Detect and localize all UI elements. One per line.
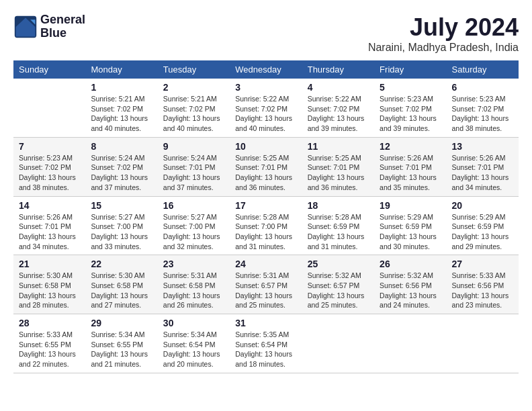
day-number: 25 — [308, 259, 369, 269]
day-info: Sunrise: 5:32 AM Sunset: 6:57 PM Dayligh… — [308, 271, 369, 310]
day-info: Sunrise: 5:31 AM Sunset: 6:58 PM Dayligh… — [163, 271, 224, 310]
day-number: 23 — [163, 259, 224, 269]
calendar-cell: 27Sunrise: 5:33 AM Sunset: 6:56 PM Dayli… — [447, 255, 519, 314]
day-number: 1 — [91, 82, 152, 93]
calendar-week-row: 28Sunrise: 5:33 AM Sunset: 6:55 PM Dayli… — [13, 314, 519, 373]
day-number: 2 — [163, 82, 224, 93]
day-info: Sunrise: 5:22 AM Sunset: 7:02 PM Dayligh… — [308, 94, 369, 134]
day-number: 16 — [163, 200, 224, 211]
day-number: 5 — [380, 82, 441, 93]
day-info: Sunrise: 5:30 AM Sunset: 6:58 PM Dayligh… — [19, 271, 80, 310]
day-number: 18 — [308, 200, 369, 211]
day-number: 19 — [380, 200, 441, 211]
calendar-cell — [447, 314, 519, 373]
day-number: 4 — [308, 82, 369, 93]
day-number: 8 — [91, 141, 152, 152]
day-info: Sunrise: 5:23 AM Sunset: 7:02 PM Dayligh… — [19, 153, 80, 193]
calendar-cell: 19Sunrise: 5:29 AM Sunset: 6:59 PM Dayli… — [374, 196, 446, 255]
logo: General Blue — [13, 13, 85, 40]
header-cell: Tuesday — [158, 60, 230, 79]
calendar-cell: 11Sunrise: 5:25 AM Sunset: 7:01 PM Dayli… — [302, 137, 374, 196]
day-info: Sunrise: 5:29 AM Sunset: 6:59 PM Dayligh… — [452, 212, 513, 252]
day-number: 3 — [235, 82, 296, 93]
calendar-cell: 7Sunrise: 5:23 AM Sunset: 7:02 PM Daylig… — [13, 137, 85, 196]
calendar-cell: 21Sunrise: 5:30 AM Sunset: 6:58 PM Dayli… — [13, 255, 85, 314]
day-info: Sunrise: 5:31 AM Sunset: 6:57 PM Dayligh… — [235, 271, 296, 310]
day-info: Sunrise: 5:26 AM Sunset: 7:01 PM Dayligh… — [380, 153, 441, 193]
day-number: 24 — [235, 259, 296, 269]
day-info: Sunrise: 5:33 AM Sunset: 6:55 PM Dayligh… — [19, 330, 80, 369]
calendar-cell: 4Sunrise: 5:22 AM Sunset: 7:02 PM Daylig… — [302, 79, 374, 137]
header-cell: Sunday — [13, 60, 85, 79]
day-number: 17 — [235, 200, 296, 211]
day-info: Sunrise: 5:33 AM Sunset: 6:56 PM Dayligh… — [452, 271, 513, 310]
header-cell: Monday — [85, 60, 157, 79]
day-info: Sunrise: 5:27 AM Sunset: 7:00 PM Dayligh… — [91, 212, 152, 252]
calendar-week-row: 1Sunrise: 5:21 AM Sunset: 7:02 PM Daylig… — [13, 79, 519, 137]
calendar-cell: 16Sunrise: 5:27 AM Sunset: 7:00 PM Dayli… — [158, 196, 230, 255]
day-info: Sunrise: 5:23 AM Sunset: 7:02 PM Dayligh… — [452, 94, 513, 134]
day-info: Sunrise: 5:35 AM Sunset: 6:54 PM Dayligh… — [235, 330, 296, 369]
calendar-cell: 31Sunrise: 5:35 AM Sunset: 6:54 PM Dayli… — [230, 314, 302, 373]
day-number: 21 — [19, 259, 80, 269]
day-number: 12 — [380, 141, 441, 152]
calendar-cell: 12Sunrise: 5:26 AM Sunset: 7:01 PM Dayli… — [374, 137, 446, 196]
day-info: Sunrise: 5:26 AM Sunset: 7:01 PM Dayligh… — [19, 212, 80, 252]
day-number: 6 — [452, 82, 513, 93]
header-cell: Friday — [374, 60, 446, 79]
page-header: General Blue July 2024 Naraini, Madhya P… — [13, 13, 519, 54]
calendar-table: SundayMondayTuesdayWednesdayThursdayFrid… — [13, 60, 519, 373]
day-number: 26 — [380, 259, 441, 269]
day-info: Sunrise: 5:26 AM Sunset: 7:01 PM Dayligh… — [452, 153, 513, 193]
calendar-cell: 13Sunrise: 5:26 AM Sunset: 7:01 PM Dayli… — [447, 137, 519, 196]
calendar-week-row: 21Sunrise: 5:30 AM Sunset: 6:58 PM Dayli… — [13, 255, 519, 314]
calendar-week-row: 7Sunrise: 5:23 AM Sunset: 7:02 PM Daylig… — [13, 137, 519, 196]
calendar-cell: 5Sunrise: 5:23 AM Sunset: 7:02 PM Daylig… — [374, 79, 446, 137]
calendar-cell: 22Sunrise: 5:30 AM Sunset: 6:58 PM Dayli… — [85, 255, 157, 314]
calendar-cell: 28Sunrise: 5:33 AM Sunset: 6:55 PM Dayli… — [13, 314, 85, 373]
header-cell: Wednesday — [230, 60, 302, 79]
day-number: 27 — [452, 259, 513, 269]
calendar-cell: 6Sunrise: 5:23 AM Sunset: 7:02 PM Daylig… — [447, 79, 519, 137]
calendar-cell: 30Sunrise: 5:34 AM Sunset: 6:54 PM Dayli… — [158, 314, 230, 373]
day-number: 28 — [19, 318, 80, 328]
calendar-cell: 25Sunrise: 5:32 AM Sunset: 6:57 PM Dayli… — [302, 255, 374, 314]
logo-icon — [13, 15, 38, 39]
title-block: July 2024 Naraini, Madhya Pradesh, India — [368, 13, 519, 54]
day-info: Sunrise: 5:27 AM Sunset: 7:00 PM Dayligh… — [163, 212, 224, 252]
day-number: 20 — [452, 200, 513, 211]
day-info: Sunrise: 5:24 AM Sunset: 7:02 PM Dayligh… — [91, 153, 152, 193]
day-info: Sunrise: 5:28 AM Sunset: 7:00 PM Dayligh… — [235, 212, 296, 252]
day-number: 29 — [91, 318, 152, 328]
day-number: 15 — [91, 200, 152, 211]
day-info: Sunrise: 5:25 AM Sunset: 7:01 PM Dayligh… — [235, 153, 296, 193]
day-number: 11 — [308, 141, 369, 152]
day-number: 9 — [163, 141, 224, 152]
calendar-cell: 17Sunrise: 5:28 AM Sunset: 7:00 PM Dayli… — [230, 196, 302, 255]
day-number: 30 — [163, 318, 224, 328]
calendar-cell: 20Sunrise: 5:29 AM Sunset: 6:59 PM Dayli… — [447, 196, 519, 255]
calendar-cell — [13, 79, 85, 137]
calendar-cell — [374, 314, 446, 373]
header-cell: Saturday — [447, 60, 519, 79]
calendar-cell: 10Sunrise: 5:25 AM Sunset: 7:01 PM Dayli… — [230, 137, 302, 196]
day-info: Sunrise: 5:22 AM Sunset: 7:02 PM Dayligh… — [235, 94, 296, 134]
day-info: Sunrise: 5:25 AM Sunset: 7:01 PM Dayligh… — [308, 153, 369, 193]
header-cell: Thursday — [302, 60, 374, 79]
calendar-cell: 14Sunrise: 5:26 AM Sunset: 7:01 PM Dayli… — [13, 196, 85, 255]
day-info: Sunrise: 5:24 AM Sunset: 7:01 PM Dayligh… — [163, 153, 224, 193]
calendar-cell: 2Sunrise: 5:21 AM Sunset: 7:02 PM Daylig… — [158, 79, 230, 137]
calendar-cell: 23Sunrise: 5:31 AM Sunset: 6:58 PM Dayli… — [158, 255, 230, 314]
calendar-cell — [302, 314, 374, 373]
calendar-week-row: 14Sunrise: 5:26 AM Sunset: 7:01 PM Dayli… — [13, 196, 519, 255]
day-info: Sunrise: 5:30 AM Sunset: 6:58 PM Dayligh… — [91, 271, 152, 310]
day-info: Sunrise: 5:32 AM Sunset: 6:56 PM Dayligh… — [380, 271, 441, 310]
day-number: 7 — [19, 141, 80, 152]
subtitle: Naraini, Madhya Pradesh, India — [368, 42, 519, 54]
day-number: 13 — [452, 141, 513, 152]
day-number: 10 — [235, 141, 296, 152]
day-info: Sunrise: 5:34 AM Sunset: 6:55 PM Dayligh… — [91, 330, 152, 369]
day-info: Sunrise: 5:23 AM Sunset: 7:02 PM Dayligh… — [380, 94, 441, 134]
day-info: Sunrise: 5:21 AM Sunset: 7:02 PM Dayligh… — [163, 94, 224, 134]
day-number: 14 — [19, 200, 80, 211]
